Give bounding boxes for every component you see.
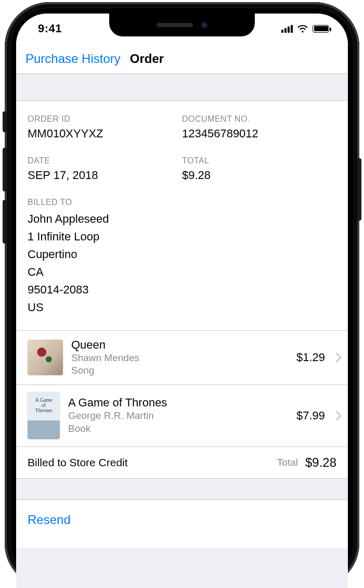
battery-icon — [313, 25, 329, 33]
payment-method: Billed to Store Credit — [28, 456, 277, 469]
notch — [109, 14, 255, 36]
item-title: Queen — [71, 338, 288, 352]
item-info: Queen Shawn Mendes Song — [71, 338, 288, 377]
item-subtitle: Shawn Mendes — [71, 352, 288, 365]
speaker-grille — [157, 23, 193, 27]
section-gap — [16, 74, 348, 101]
document-no-label: DOCUMENT NO. — [182, 114, 336, 124]
item-price: $1.29 — [296, 351, 327, 364]
billed-to-section: BILLED TO John Appleseed 1 Infinite Loop… — [28, 198, 336, 317]
screen: 9:41 Purchase History Order O — [16, 14, 348, 588]
document-no-cell: DOCUMENT NO. 123456789012 — [182, 114, 336, 140]
item-artwork — [28, 340, 63, 375]
item-artwork: A GameofThrones — [28, 392, 60, 439]
back-button[interactable]: Purchase History — [25, 52, 121, 66]
billing-zip: 95014-2083 — [28, 281, 336, 299]
order-items: Queen Shawn Mendes Song $1.29 A GameofTh… — [16, 330, 348, 446]
item-info: A Game of Thrones George R.R. Martin Boo… — [68, 396, 288, 435]
document-no-value: 123456789012 — [182, 127, 336, 140]
page-title: Order — [130, 52, 164, 66]
totals-row: Billed to Store Credit Total $9.28 — [16, 446, 348, 478]
section-gap — [16, 478, 348, 500]
resend-section: Resend — [16, 500, 348, 548]
volume-up-button — [3, 148, 7, 191]
order-id-value: MM010XYYXZ — [28, 127, 182, 140]
totals-label: Total — [277, 457, 298, 468]
totals-value: $9.28 — [305, 455, 336, 470]
total-cell: TOTAL $9.28 — [182, 156, 336, 182]
power-button — [357, 158, 361, 221]
date-cell: DATE SEP 17, 2018 — [28, 156, 182, 182]
chevron-right-icon — [335, 411, 342, 421]
total-label: TOTAL — [182, 156, 336, 165]
navbar: Purchase History Order — [16, 44, 348, 74]
total-value: $9.28 — [182, 169, 336, 182]
front-camera — [201, 22, 207, 28]
chevron-right-icon — [335, 352, 342, 363]
device-frame: 9:41 Purchase History Order O — [5, 2, 359, 588]
resend-button[interactable]: Resend — [28, 513, 71, 527]
billing-name: John Appleseed — [28, 210, 336, 228]
order-id-label: ORDER ID — [28, 114, 182, 124]
order-id-cell: ORDER ID MM010XYYXZ — [28, 114, 182, 140]
billed-to-label: BILLED TO — [28, 198, 336, 207]
item-title: A Game of Thrones — [68, 396, 288, 410]
billing-city: Cupertino — [28, 246, 336, 263]
billing-state: CA — [28, 263, 336, 281]
status-time: 9:41 — [38, 22, 62, 35]
order-item[interactable]: A GameofThrones A Game of Thrones George… — [16, 385, 348, 446]
cellular-signal-icon — [281, 24, 293, 33]
status-icons — [281, 24, 329, 33]
volume-down-button — [3, 200, 7, 244]
date-value: SEP 17, 2018 — [28, 169, 182, 182]
content: ORDER ID MM010XYYXZ DOCUMENT NO. 1234567… — [16, 74, 348, 548]
item-subtitle: George R.R. Martin — [68, 410, 288, 423]
date-label: DATE — [28, 156, 182, 165]
nav-back-label: Purchase History — [25, 52, 121, 66]
mute-switch — [3, 111, 7, 132]
billing-country: US — [28, 299, 336, 316]
item-kind: Song — [71, 364, 288, 377]
item-kind: Book — [68, 423, 288, 436]
order-item[interactable]: Queen Shawn Mendes Song $1.29 — [16, 330, 348, 385]
order-summary: ORDER ID MM010XYYXZ DOCUMENT NO. 1234567… — [16, 101, 348, 330]
item-price: $7.99 — [296, 409, 327, 423]
billing-street: 1 Infinite Loop — [28, 228, 336, 246]
wifi-icon — [297, 24, 308, 33]
